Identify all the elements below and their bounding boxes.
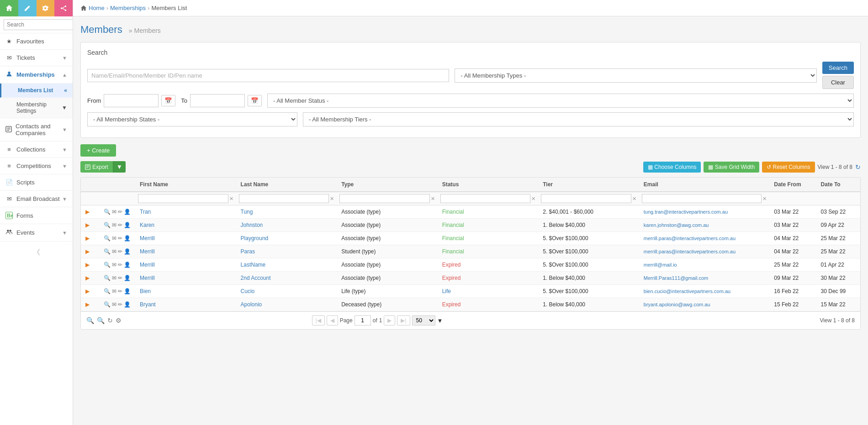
row-email-icon[interactable]: ✉ [112,248,116,255]
share-top-icon[interactable] [54,0,73,16]
row-email-icon[interactable]: ✉ [112,209,116,215]
zoom-out-icon[interactable]: 🔍 [86,317,94,324]
filter-email-clear[interactable]: ✕ [762,196,767,202]
row-email-icon[interactable]: ✉ [112,222,116,228]
row-email-icon[interactable]: ✉ [112,288,116,294]
breadcrumb-home[interactable]: Home [89,5,105,11]
row-add-icon[interactable]: 👤 [124,288,131,294]
sidebar-item-competitions[interactable]: ≡ Competitions ▼ [0,158,73,174]
filter-type-clear[interactable]: ✕ [431,196,435,202]
filter-last-name-clear[interactable]: ✕ [330,196,334,202]
row-search-icon[interactable]: 🔍 [104,288,111,294]
home-top-icon[interactable] [0,0,18,16]
row-expand-btn[interactable]: ▶ [85,288,90,294]
row-edit-icon[interactable]: ✏ [118,262,122,268]
export-dropdown-btn[interactable]: ▼ [113,161,126,173]
filter-last-name-input[interactable] [239,194,329,203]
choose-columns-button[interactable]: ▦ Choose Columns [643,162,701,173]
export-button[interactable]: Export [80,161,113,173]
clear-button[interactable]: Clear [822,76,854,89]
row-edit-icon[interactable]: ✏ [118,209,122,215]
sidebar-subitem-members-list[interactable]: Members List [0,84,73,98]
row-email-icon[interactable]: ✉ [112,262,116,268]
save-grid-button[interactable]: ▦ Save Grid Width [704,162,759,173]
member-status-select[interactable]: - All Member Status - [267,94,854,108]
zoom-in-icon[interactable]: 🔍 [97,317,105,324]
row-expand-btn[interactable]: ▶ [85,275,90,281]
row-email-icon[interactable]: ✉ [112,301,116,308]
row-email-icon[interactable]: ✉ [112,235,116,241]
per-page-select[interactable]: 50 100 200 [412,315,435,325]
search-button[interactable]: Search [822,62,854,74]
row-expand-btn[interactable]: ▶ [85,222,90,228]
filter-type-input[interactable] [339,194,430,203]
row-search-icon[interactable]: 🔍 [104,248,111,255]
table-settings-icon[interactable]: ⚙ [116,317,122,324]
refresh-button[interactable]: ↻ [855,163,861,171]
sidebar-item-favourites[interactable]: ★ Favourites [0,33,73,50]
sidebar-item-collections[interactable]: ≡ Collections ▼ [0,142,73,158]
membership-tiers-select[interactable]: - All Membership Tiers - [303,112,854,126]
filter-email-input[interactable] [642,194,762,203]
row-expand-btn[interactable]: ▶ [85,262,90,268]
row-add-icon[interactable]: 👤 [124,222,131,228]
filter-tier-input[interactable] [541,194,631,203]
sidebar-item-memberships[interactable]: Memberships ▲ [0,66,73,84]
row-edit-icon[interactable]: ✏ [118,248,122,255]
page-number-input[interactable] [355,315,371,325]
row-search-icon[interactable]: 🔍 [104,275,111,281]
membership-types-select[interactable]: - All Membership Types - [455,68,816,83]
refresh-icon[interactable]: ↻ [107,317,113,324]
date-from-input[interactable] [104,94,159,107]
row-expand-btn[interactable]: ▶ [85,235,90,241]
sidebar-search-input[interactable] [4,19,73,30]
row-search-icon[interactable]: 🔍 [104,209,111,215]
row-email-icon[interactable]: ✉ [112,275,116,281]
sidebar-item-events[interactable]: Events ▼ [0,224,73,241]
page-first-btn[interactable]: |◀ [312,315,325,325]
reset-columns-button[interactable]: ↺ Reset Columns [762,162,815,173]
page-prev-btn[interactable]: ◀ [327,315,338,325]
calendar-from-btn[interactable]: 📅 [161,95,175,106]
row-search-icon[interactable]: 🔍 [104,301,111,308]
create-button[interactable]: + Create [80,144,116,157]
row-expand-btn[interactable]: ▶ [85,248,90,255]
sidebar-item-forms[interactable]: Be Forms [0,207,73,224]
sidebar-item-contacts[interactable]: Contacts and Companies ▼ [0,118,73,142]
sidebar-item-email-broadcast[interactable]: ✉ Email Broadcast ▼ [0,191,73,207]
row-add-icon[interactable]: 👤 [124,262,131,268]
sidebar-collapse-btn[interactable]: 《 [33,248,40,257]
breadcrumb-memberships[interactable]: Memberships [110,5,146,11]
filter-first-name-clear[interactable]: ✕ [229,196,233,202]
sidebar-item-tickets[interactable]: ✉ Tickets ▼ [0,50,73,66]
row-edit-icon[interactable]: ✏ [118,235,122,241]
row-add-icon[interactable]: 👤 [124,301,131,308]
row-expand-btn[interactable]: ▶ [85,209,90,215]
row-edit-icon[interactable]: ✏ [118,288,122,294]
row-add-icon[interactable]: 👤 [124,248,131,255]
calendar-to-btn[interactable]: 📅 [248,95,262,106]
row-add-icon[interactable]: 👤 [124,235,131,241]
sidebar-item-scripts[interactable]: 📄 Scripts [0,174,73,191]
search-name-input[interactable] [87,69,449,82]
edit-top-icon[interactable] [18,0,37,16]
filter-status-clear[interactable]: ✕ [531,196,535,202]
row-search-icon[interactable]: 🔍 [104,235,111,241]
page-next-btn[interactable]: ▶ [384,315,395,325]
filter-status-input[interactable] [440,194,531,203]
settings-top-icon[interactable] [37,0,55,16]
row-edit-icon[interactable]: ✏ [118,301,122,308]
page-last-btn[interactable]: ▶| [397,315,410,325]
row-expand-btn[interactable]: ▶ [85,301,90,308]
filter-first-name-input[interactable] [138,194,228,203]
row-add-icon[interactable]: 👤 [124,209,131,215]
row-search-icon[interactable]: 🔍 [104,222,111,228]
row-edit-icon[interactable]: ✏ [118,275,122,281]
row-search-icon[interactable]: 🔍 [104,262,111,268]
row-edit-icon[interactable]: ✏ [118,222,122,228]
row-add-icon[interactable]: 👤 [124,275,131,281]
sidebar-subitem-membership-settings[interactable]: Membership Settings ▼ [0,98,73,118]
membership-states-select[interactable]: - All Membership States - [87,112,297,126]
date-to-input[interactable] [190,94,245,107]
filter-tier-clear[interactable]: ✕ [632,196,636,202]
